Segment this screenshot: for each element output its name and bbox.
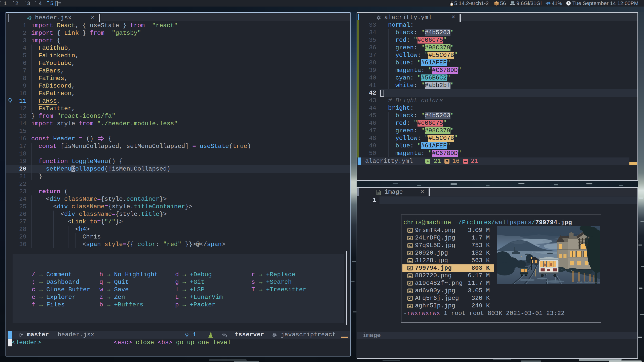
svg-text:www.DesktopBackground.org: www.DesktopBackground.org <box>577 281 600 283</box>
